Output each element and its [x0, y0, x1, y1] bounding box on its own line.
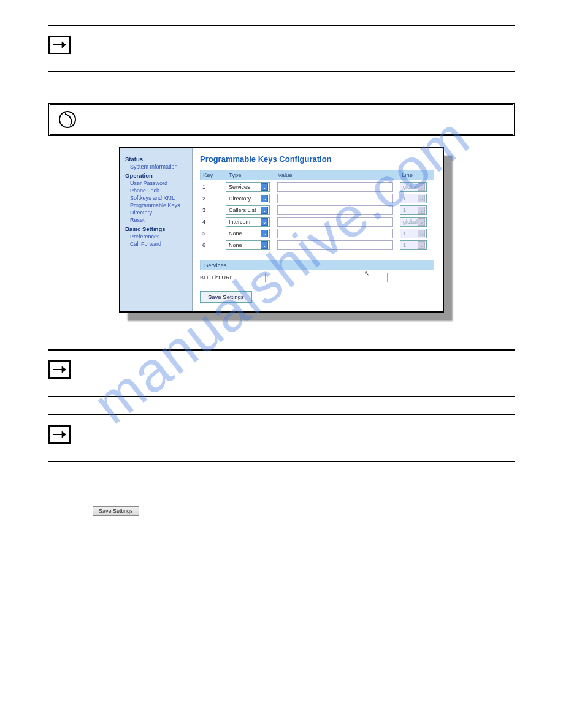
- chevron-down-icon: ⌄: [418, 218, 425, 226]
- table-row: 4 Intercom⌄ global⌄: [200, 217, 434, 227]
- row-key: 3: [200, 207, 226, 213]
- type-select[interactable]: None⌄: [226, 240, 270, 250]
- col-type: Type: [226, 170, 275, 180]
- table-row: 2 Directory⌄ 1⌄: [200, 194, 434, 203]
- value-input[interactable]: [277, 229, 393, 238]
- sidebar-item-call-forward[interactable]: Call Forward: [130, 241, 187, 247]
- note-text: Note: Selecting "global" means you want …: [79, 425, 345, 451]
- value-input[interactable]: [277, 205, 393, 215]
- screenshot: Status System Information Operation User…: [119, 147, 444, 313]
- webui-callout: Aastra Web UI: [48, 103, 515, 136]
- line-select[interactable]: 1⌄: [400, 194, 427, 203]
- line-select[interactable]: global⌄: [400, 217, 427, 227]
- step-note-1: Note: Selecting "global" means you want …: [48, 26, 515, 71]
- chevron-down-icon: ⌄: [418, 195, 425, 202]
- chevron-down-icon: ⌄: [261, 207, 268, 214]
- table-row: 3 Callers List⌄ 1⌄: [200, 205, 434, 215]
- chevron-down-icon: ⌄: [418, 183, 425, 191]
- row-key: 5: [200, 230, 226, 237]
- line-select[interactable]: 1⌄: [400, 205, 427, 215]
- blf-label: BLF List URI:: [200, 275, 259, 281]
- value-input[interactable]: [277, 194, 393, 203]
- chevron-down-icon: ⌄: [261, 230, 268, 237]
- type-select[interactable]: Directory⌄: [226, 194, 270, 203]
- chevron-down-icon: ⌄: [261, 183, 268, 191]
- type-select[interactable]: Services⌄: [226, 182, 270, 192]
- row-key: 1: [200, 184, 226, 190]
- value-input[interactable]: [277, 217, 393, 227]
- keys-label: Keys: [48, 337, 515, 349]
- chevron-down-icon: ⌄: [261, 195, 268, 202]
- step-note-2: Note: If there is no BLF/List URI define…: [48, 351, 515, 396]
- chevron-down-icon: ⌄: [418, 207, 425, 214]
- page-title: Programmable Keys Configuration: [200, 154, 434, 164]
- sidebar-item-programmable-keys[interactable]: Programmable Keys: [130, 202, 187, 208]
- row-key: 4: [200, 219, 226, 225]
- sidebar-item-directory[interactable]: Directory: [130, 210, 187, 216]
- table-row: 1 Services⌄ global⌄: [200, 182, 434, 192]
- type-select[interactable]: None⌄: [226, 229, 270, 238]
- chevron-down-icon: ⌄: [261, 241, 268, 249]
- sidebar-item-softkeys-xml[interactable]: Softkeys and XML: [130, 195, 187, 201]
- line-select[interactable]: 1⌄: [400, 229, 427, 238]
- sidebar-item-user-password[interactable]: User Password: [130, 180, 187, 186]
- type-select[interactable]: Callers List⌄: [226, 205, 270, 215]
- sidebar-item-phone-lock[interactable]: Phone Lock: [130, 188, 187, 194]
- cursor-icon: ↖: [364, 270, 370, 278]
- col-key: Key: [201, 170, 226, 180]
- save-settings-button[interactable]: Save Settings: [200, 291, 252, 303]
- chevron-down-icon: ⌄: [418, 230, 425, 237]
- sidebar-item-system-information[interactable]: System Information: [130, 164, 187, 170]
- type-select[interactable]: Intercom⌄: [226, 217, 270, 227]
- step-note-3: Note: Selecting "global" means you want …: [48, 415, 515, 461]
- col-value: Value: [275, 170, 399, 180]
- services-head: Services: [200, 260, 434, 270]
- blf-input[interactable]: ↖: [265, 273, 388, 282]
- line-select[interactable]: 1⌄: [400, 240, 427, 250]
- screenshot-main: Programmable Keys Configuration Key Type…: [193, 148, 443, 311]
- table-header: Key Type Value Line: [200, 170, 434, 180]
- row-key: 2: [200, 195, 226, 202]
- chevron-down-icon: ⌄: [418, 241, 425, 249]
- callout-label: Aastra Web UI: [87, 115, 145, 124]
- note-text: Note: If there is no BLF/List URI define…: [79, 360, 351, 386]
- arrow-icon: [48, 36, 71, 54]
- table-row: 5 None⌄ 1⌄: [200, 229, 434, 238]
- col-line: Line: [399, 170, 434, 180]
- sidebar-item-reset[interactable]: Reset: [130, 217, 187, 223]
- sidebar-item-preferences[interactable]: Preferences: [130, 233, 187, 240]
- row-key: 6: [200, 242, 226, 248]
- heading-6730: 6730i configuration: [48, 72, 515, 97]
- arrow-icon: [48, 425, 71, 444]
- table-row: 6 None⌄ 1⌄: [200, 240, 434, 250]
- sidebar-head-status: Status: [125, 156, 187, 162]
- save-settings-image-button[interactable]: Save Settings: [93, 506, 139, 516]
- sidebar-head-basic: Basic Settings: [125, 226, 187, 232]
- blf-row: BLF List URI: ↖: [200, 273, 434, 282]
- value-input[interactable]: [277, 182, 393, 192]
- arrow-icon: [48, 360, 71, 379]
- note-text: Note: Selecting "global" means you want …: [79, 36, 345, 61]
- globe-icon: [59, 111, 76, 128]
- line-select[interactable]: global⌄: [400, 182, 427, 192]
- sidebar-head-operation: Operation: [125, 172, 187, 179]
- screenshot-sidebar: Status System Information Operation User…: [120, 148, 193, 311]
- value-input[interactable]: [277, 240, 393, 250]
- chevron-down-icon: ⌄: [261, 218, 268, 226]
